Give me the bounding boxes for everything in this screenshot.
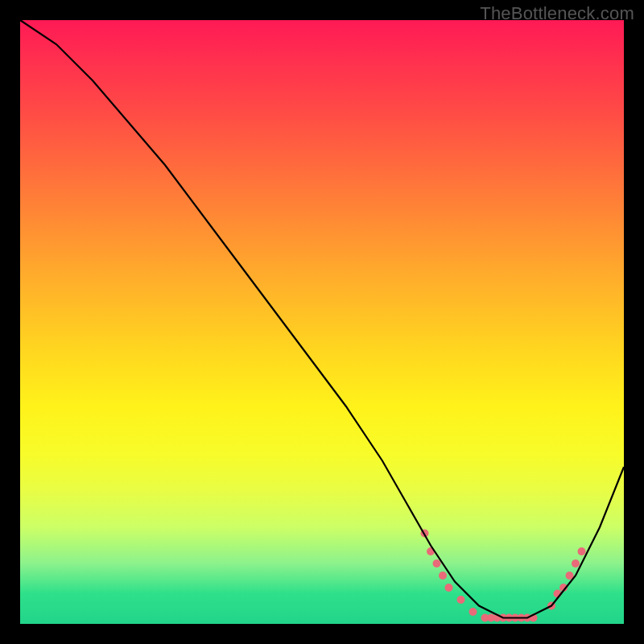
marker-dot xyxy=(572,559,580,568)
marker-dot xyxy=(457,596,465,604)
marker-dot xyxy=(469,608,477,616)
markers-group xyxy=(421,530,586,622)
marker-dot xyxy=(578,547,586,555)
chart-frame: TheBottleneck.com xyxy=(0,0,644,644)
line-svg xyxy=(20,20,624,624)
watermark-text: TheBottleneck.com xyxy=(480,3,634,24)
plot-area xyxy=(20,20,624,624)
series-line xyxy=(20,20,624,618)
marker-dot xyxy=(433,559,441,568)
marker-dot xyxy=(445,584,453,592)
marker-dot xyxy=(439,572,447,580)
